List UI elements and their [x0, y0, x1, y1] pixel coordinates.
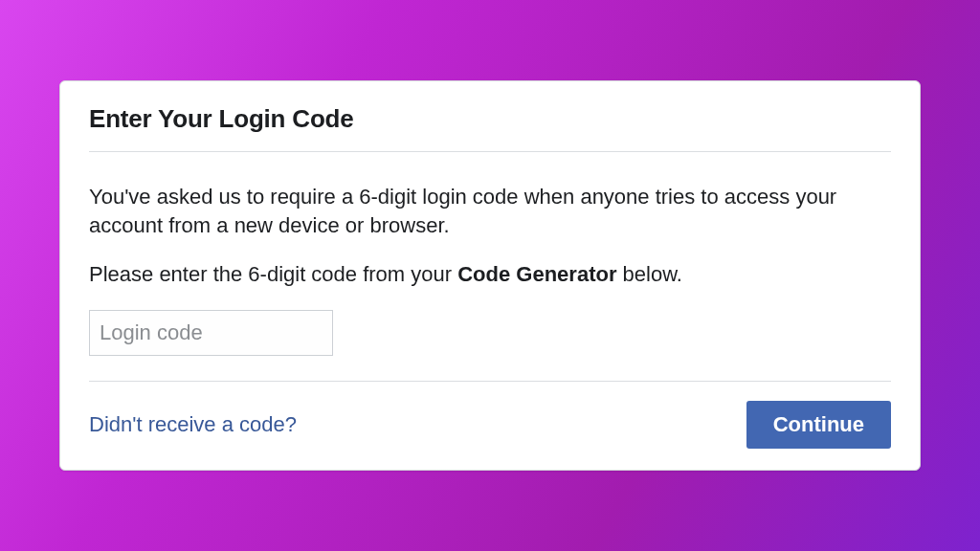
didnt-receive-code-link[interactable]: Didn't receive a code?: [89, 412, 297, 437]
login-code-dialog: Enter Your Login Code You've asked us to…: [59, 80, 921, 471]
divider-top: [89, 151, 891, 152]
description-text-2-prefix: Please enter the 6-digit code from your: [89, 262, 457, 286]
dialog-footer: Didn't receive a code? Continue: [89, 401, 891, 449]
continue-button[interactable]: Continue: [746, 401, 891, 449]
login-code-input[interactable]: [89, 310, 333, 356]
code-generator-label: Code Generator: [457, 262, 616, 286]
description-text-2: Please enter the 6-digit code from your …: [89, 260, 891, 289]
divider-bottom: [89, 381, 891, 382]
description-text-2-suffix: below.: [616, 262, 682, 286]
description-text-1: You've asked us to require a 6-digit log…: [89, 183, 891, 239]
dialog-heading: Enter Your Login Code: [89, 104, 891, 134]
